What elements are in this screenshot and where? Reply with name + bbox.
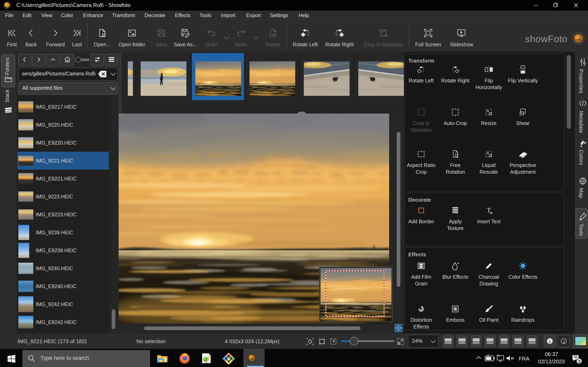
svg-text:T: T bbox=[487, 206, 491, 214]
